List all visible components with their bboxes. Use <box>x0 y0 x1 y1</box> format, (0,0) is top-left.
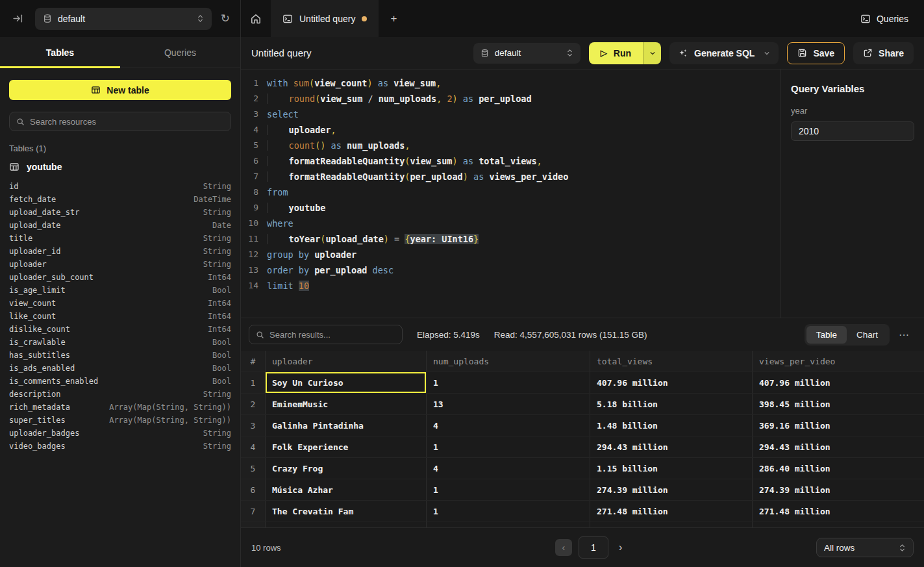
column-row[interactable]: titleString <box>9 232 231 245</box>
column-row[interactable]: is_comments_enabledBool <box>9 375 231 388</box>
code-line[interactable]: 14limit 10 <box>241 278 780 294</box>
sidebar-table-youtube[interactable]: youtube <box>9 162 231 172</box>
column-row[interactable]: upload_date_strString <box>9 206 231 219</box>
column-row[interactable]: video_badgesString <box>9 440 231 453</box>
code-line[interactable]: 3select <box>241 107 780 122</box>
new-table-button[interactable]: New table <box>9 80 231 100</box>
save-button[interactable]: Save <box>787 42 845 64</box>
column-header-num-uploads[interactable]: num_uploads <box>426 351 590 372</box>
column-row[interactable]: super_titlesArray(Map(String, String)) <box>9 414 231 427</box>
column-row[interactable]: uploaderString <box>9 258 231 271</box>
resource-search-input[interactable]: Search resources <box>9 112 231 131</box>
sql-editor[interactable]: 1with sum(view_count) as view_sum,2 roun… <box>241 69 780 318</box>
code-line[interactable]: 10where <box>241 216 780 231</box>
table-cell[interactable]: 5.18 billion <box>590 394 752 414</box>
table-cell[interactable]: 294.43 million <box>752 436 924 457</box>
table-cell[interactable]: 1 <box>426 501 590 522</box>
next-page-button[interactable]: › <box>615 542 626 553</box>
code-line[interactable]: 6 formatReadableQuantity(view_sum) as to… <box>241 153 780 169</box>
share-button[interactable]: Share <box>853 42 914 64</box>
home-button[interactable] <box>241 0 271 37</box>
table-cell[interactable]: 4 <box>426 415 590 436</box>
column-row[interactable]: like_countInt64 <box>9 310 231 323</box>
table-cell[interactable]: Soy Un Curioso <box>265 372 426 393</box>
variable-value-input[interactable] <box>791 121 914 141</box>
code-line[interactable]: 11 toYear(upload_date) = {year: UInt16} <box>241 231 780 247</box>
table-cell[interactable]: Galinha Pintadinha <box>265 415 426 436</box>
chevron-down-icon <box>764 50 770 57</box>
column-row[interactable]: rich_metadataArray(Map(String, String)) <box>9 401 231 414</box>
table-cell[interactable]: 274.39 million <box>590 479 752 500</box>
table-cell[interactable]: EminemMusic <box>265 394 426 414</box>
table-cell[interactable]: 1.15 billion <box>590 458 752 479</box>
more-options-button[interactable]: ⋯ <box>899 329 910 341</box>
column-row[interactable]: is_ads_enabledBool <box>9 362 231 375</box>
page-size-selector[interactable]: All rows <box>816 538 914 557</box>
column-row[interactable]: fetch_dateDateTime <box>9 193 231 206</box>
column-row[interactable]: idString <box>9 180 231 193</box>
new-tab-button[interactable]: + <box>379 0 408 37</box>
code-line[interactable]: 12group by uploader <box>241 247 780 262</box>
code-line[interactable]: 2 round(view_sum / num_uploads, 2) as pe… <box>241 91 780 107</box>
previous-page-button[interactable]: ‹ <box>555 539 572 556</box>
table-cell[interactable]: 1 <box>426 372 590 393</box>
queries-button[interactable]: Queries <box>860 14 908 24</box>
table-cell[interactable]: Música Azhar <box>265 479 426 500</box>
column-header-uploader[interactable]: uploader <box>265 351 426 372</box>
table-cell[interactable]: 4 <box>426 458 590 479</box>
code-line[interactable]: 1with sum(view_count) as view_sum, <box>241 75 780 91</box>
code-line[interactable]: 13order by per_upload desc <box>241 262 780 278</box>
table-cell[interactable]: 294.43 million <box>590 436 752 457</box>
code-line[interactable]: 7 formatReadableQuantity(per_upload) as … <box>241 169 780 184</box>
column-row[interactable]: descriptionString <box>9 388 231 401</box>
table-cell[interactable]: 407.96 million <box>590 372 752 393</box>
table-cell[interactable]: Crazy Frog <box>265 458 426 479</box>
run-options-button[interactable] <box>643 42 661 64</box>
toggle-chart[interactable]: Chart <box>847 326 888 344</box>
column-row[interactable]: is_crawlableBool <box>9 336 231 349</box>
column-row[interactable]: has_subtitlesBool <box>9 349 231 362</box>
table-cell[interactable]: 1.48 billion <box>590 415 752 436</box>
results-search-input[interactable]: Search results... <box>249 325 403 344</box>
search-icon <box>256 331 264 339</box>
run-button[interactable]: ▷ Run <box>589 42 643 64</box>
column-row[interactable]: is_age_limitBool <box>9 284 231 297</box>
toggle-table[interactable]: Table <box>806 326 847 344</box>
sidebar-tab-tables[interactable]: Tables <box>0 37 120 68</box>
code-line[interactable]: 9 youtube <box>241 200 780 216</box>
table-grid-icon <box>9 162 19 172</box>
table-cell[interactable]: Folk Experience <box>265 436 426 457</box>
table-cell[interactable]: 1 <box>426 436 590 457</box>
table-cell[interactable]: 369.16 million <box>752 415 924 436</box>
code-line[interactable]: 4 uploader, <box>241 122 780 138</box>
database-selector[interactable]: default <box>35 8 212 30</box>
table-cell[interactable]: 13 <box>426 394 590 414</box>
column-row[interactable]: dislike_countInt64 <box>9 323 231 336</box>
tab-untitled-query[interactable]: Untitled query <box>271 0 379 37</box>
column-row[interactable]: uploader_badgesString <box>9 427 231 440</box>
column-row[interactable]: uploader_idString <box>9 245 231 258</box>
page-number[interactable]: 1 <box>579 536 608 559</box>
table-cell[interactable]: 271.48 million <box>590 501 752 522</box>
sidebar-tab-queries[interactable]: Queries <box>120 37 240 68</box>
column-header-views-per-video[interactable]: views_per_video <box>752 351 924 372</box>
code-line[interactable]: 8from <box>241 184 780 200</box>
column-header-index[interactable]: # <box>241 351 265 372</box>
table-cell[interactable]: 398.45 million <box>752 394 924 414</box>
column-row[interactable]: upload_dateDate <box>9 219 231 232</box>
table-cell[interactable]: 274.39 million <box>752 479 924 500</box>
table-cell[interactable]: 407.96 million <box>752 372 924 393</box>
table-cell[interactable]: The Crevatin Fam <box>265 501 426 522</box>
collapse-sidebar-button[interactable] <box>10 12 25 26</box>
table-cell[interactable]: 271.48 million <box>752 501 924 522</box>
generate-sql-button[interactable]: Generate SQL <box>669 42 779 64</box>
code-line[interactable]: 5 count() as num_uploads, <box>241 138 780 153</box>
column-header-total-views[interactable]: total_views <box>590 351 752 372</box>
column-row[interactable]: view_countInt64 <box>9 297 231 310</box>
table-cell[interactable]: 286.40 million <box>752 458 924 479</box>
table-cell[interactable]: 1 <box>426 479 590 500</box>
database-selector-toolbar[interactable]: default <box>473 43 581 64</box>
refresh-button[interactable]: ↻ <box>221 12 230 25</box>
column-row[interactable]: uploader_sub_countInt64 <box>9 271 231 284</box>
pagination: ‹ 1 › <box>555 528 626 567</box>
